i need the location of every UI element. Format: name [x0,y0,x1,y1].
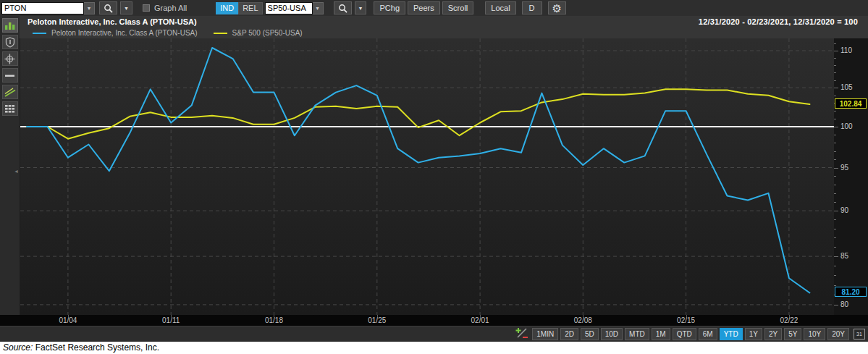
y-axis-tick [834,143,836,143]
period-toolbar: 1MIN2D5D10DMTD1MQTD6MYTD1Y2Y5Y10Y20Y 31 [0,326,868,342]
graph-all-label: Graph All [154,4,187,12]
benchmark-search-button[interactable] [334,1,352,14]
calendar-icon: 31 [856,332,862,337]
y-axis-tick [834,247,836,248]
crosshair-tool-button[interactable] [2,51,18,66]
y-axis-tick [834,211,838,211]
y-axis-tick [834,168,838,169]
y-axis-label: 85 [840,252,848,260]
last-price-badge: 102.84 [835,98,867,109]
chart-legend: Peloton Interactive, Inc. Class A (PTON-… [20,28,868,38]
period-button-ytd[interactable]: YTD [720,328,743,340]
series-line [27,89,809,138]
period-button-1m[interactable]: 1M [652,328,670,340]
chart-title: Peloton Interactive, Inc. Class A (PTON-… [28,17,197,26]
search-options-arrow[interactable]: ▼ [120,1,132,14]
legend-swatch [33,33,46,34]
graph-all-checkbox[interactable] [143,4,150,12]
period-button-10y[interactable]: 10Y [804,328,825,340]
y-axis-label: 80 [840,300,848,308]
legend-item-1: S&P 500 (SP50-USA) [214,29,303,37]
search-icon [104,4,113,13]
period-button-1y[interactable]: 1Y [745,328,762,340]
bar-chart-icon [4,20,16,30]
frequency-button[interactable]: D [522,1,542,14]
y-axis-tick [834,111,836,111]
period-button-6m[interactable]: 6M [699,328,717,340]
y-axis-tick [834,151,836,152]
rel-toggle[interactable]: REL [238,2,262,14]
local-button[interactable]: Local [485,1,515,14]
x-axis-label: 01/18 [258,316,290,324]
chart-plot-area[interactable] [20,38,834,315]
horizontal-line-tool-button[interactable] [2,68,18,83]
settings-button[interactable]: ⚙ [548,1,566,14]
x-axis-label: 02/08 [567,316,599,324]
y-axis-tick [834,119,836,119]
source-prefix: Source: [3,342,33,353]
source-text: FactSet Research Systems, Inc. [35,342,159,353]
shield-icon [5,37,15,48]
y-axis-tick [834,219,836,220]
toolbar-button-peers[interactable]: Peers [408,1,440,14]
period-button-2d[interactable]: 2D [560,328,578,340]
events-plus-minus-button[interactable] [515,327,528,342]
y-axis-tick [834,88,838,88]
benchmark-input[interactable] [265,2,313,14]
toolbar-button-group: PChgPeersScroll [374,1,473,14]
ind-toggle[interactable]: IND [216,2,238,14]
x-axis-label: 02/22 [773,316,805,324]
legend-label: Peloton Interactive, Inc. Class A (PTON-… [51,29,198,37]
period-button-qtd[interactable]: QTD [673,328,696,340]
price-chart-tool-button[interactable] [2,18,18,33]
y-axis-tick [834,176,836,177]
benchmark-input-combo: ▼ [265,2,324,14]
chart-header: Peloton Interactive, Inc. Class A (PTON-… [20,16,868,38]
legend-swatch [214,33,227,34]
x-axis-label: 02/01 [464,316,496,324]
period-button-1min[interactable]: 1MIN [532,328,558,340]
chart-title-row: Peloton Interactive, Inc. Class A (PTON-… [20,16,868,28]
benchmark-dropdown-arrow-icon[interactable]: ▼ [313,2,324,14]
symbol-dropdown-arrow-icon[interactable]: ▼ [84,2,95,14]
legend-label: S&P 500 (SP50-USA) [232,29,303,37]
sidebar-collapse-arrow-icon[interactable]: ◄ [14,169,19,174]
period-button-20y[interactable]: 20Y [827,328,849,340]
horizontal-line-icon [4,70,15,81]
y-axis-tick [834,185,836,185]
symbol-input[interactable] [1,2,84,14]
period-button-5y[interactable]: 5Y [784,328,801,340]
y-axis-tick [834,229,836,229]
symbol-input-combo: ▼ [1,2,95,14]
annotation-tool-button[interactable] [2,35,18,49]
y-axis-tick [834,80,836,81]
events-plus-minus-icon [515,327,528,339]
y-axis-tick [834,193,836,194]
period-button-5d[interactable]: 5D [581,328,599,340]
chart-tools-sidebar: ◄ [0,16,20,326]
price-chart-svg [20,38,834,315]
toolbar-button-scroll[interactable]: Scroll [442,1,474,14]
y-axis-tick [834,305,838,305]
y-axis-tick [834,127,838,127]
y-axis-tick [834,43,836,44]
toolbar-button-pchg[interactable]: PChg [374,1,405,14]
y-axis-label: 100 [840,122,853,130]
y-axis-label: 105 [840,83,853,91]
x-axis-label: 01/25 [361,316,393,324]
search-button[interactable] [99,1,117,14]
benchmark-options-arrow[interactable]: ▼ [355,1,367,14]
period-button-10d[interactable]: 10D [601,328,623,340]
y-axis-tick [834,96,836,96]
legend-item-0: Peloton Interactive, Inc. Class A (PTON-… [33,29,198,37]
y-axis-tick [834,135,836,135]
y-axis-tick [834,285,836,286]
trendline-tool-button[interactable] [2,85,18,99]
period-button-mtd[interactable]: MTD [625,328,649,340]
data-table-tool-button[interactable] [2,101,18,116]
period-button-2y[interactable]: 2Y [764,328,782,340]
calendar-button[interactable]: 31 [854,329,865,340]
y-axis-tick [834,237,836,238]
y-axis-tick [834,202,836,203]
x-axis-label: 02/15 [670,316,702,324]
